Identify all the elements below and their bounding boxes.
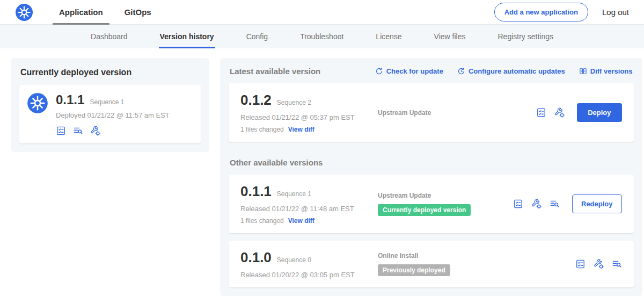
deploy-logs-icon[interactable] xyxy=(73,126,83,136)
version-actions: Redeploy xyxy=(513,194,622,213)
kubernetes-logo-icon xyxy=(15,3,33,21)
available-versions-header: Latest available version Check for updat… xyxy=(229,66,634,76)
latest-available-title: Latest available version xyxy=(230,67,320,76)
version-source: Online Install xyxy=(378,252,513,259)
view-diff-link[interactable]: View diff xyxy=(288,126,314,133)
files-changed-label: 1 files changed xyxy=(240,126,284,133)
top-nav: Application GitOps xyxy=(53,0,166,25)
preflight-checks-icon[interactable] xyxy=(513,199,523,209)
preflight-checks-icon[interactable] xyxy=(56,126,66,136)
version-actions: Deploy xyxy=(513,103,622,122)
deployed-actions xyxy=(56,126,170,136)
redeploy-button[interactable]: Redeploy xyxy=(572,194,622,213)
version-source-column: Upstream Update Currently deployed versi… xyxy=(378,192,513,216)
version-card-deployed: 0.1.1 Sequence 1 Released 01/21/22 @ 11:… xyxy=(229,175,634,233)
deploy-logs-icon[interactable] xyxy=(612,259,622,269)
sequence-label: Sequence 2 xyxy=(277,99,311,106)
currently-deployed-title: Currently deployed version xyxy=(20,68,201,77)
other-versions-title: Other available versions xyxy=(229,158,634,167)
edit-config-icon[interactable] xyxy=(594,259,604,269)
available-version-actions: Check for update Configure automatic upd… xyxy=(375,67,633,75)
released-date: Released 01/21/22 @ 11:48 am EST xyxy=(240,205,378,213)
version-source-column: Online Install Previously deployed xyxy=(378,252,513,276)
configure-automatic-updates-label: Configure automatic updates xyxy=(469,67,565,75)
version-source: Upstream Update xyxy=(378,192,513,199)
preflight-checks-icon[interactable] xyxy=(575,259,586,269)
deploy-button[interactable]: Deploy xyxy=(577,103,621,122)
deploy-logs-icon[interactable] xyxy=(550,199,560,209)
files-changed-row: 1 files changed View diff xyxy=(240,126,378,133)
subnav-item-config[interactable]: Config xyxy=(245,25,269,48)
subnav-item-view-files[interactable]: View files xyxy=(433,25,467,48)
tab-gitops[interactable]: GitOps xyxy=(118,0,158,25)
main-content: Currently deployed version 0.1.1 Sequenc… xyxy=(0,48,644,303)
version-number: 0.1.2 xyxy=(240,92,272,109)
check-for-update-link[interactable]: Check for update xyxy=(375,67,443,75)
edit-config-icon[interactable] xyxy=(554,107,565,118)
version-number: 0.1.1 xyxy=(240,183,272,200)
subnav-item-registry-settings[interactable]: Registry settings xyxy=(497,25,554,48)
version-actions xyxy=(513,259,622,269)
deployed-version-info: 0.1.1 Sequence 1 Deployed 01/21/22 @ 11:… xyxy=(56,92,170,136)
edit-config-icon[interactable] xyxy=(531,199,541,209)
files-changed-label: 1 files changed xyxy=(240,217,284,225)
version-number: 0.1.0 xyxy=(240,249,272,266)
currently-deployed-panel: Currently deployed version 0.1.1 Sequenc… xyxy=(11,58,209,152)
diff-versions-label: Diff versions xyxy=(590,67,633,75)
released-date: Released 01/20/22 @ 03:05 pm EST xyxy=(240,271,378,279)
currently-deployed-badge: Currently deployed version xyxy=(378,204,471,216)
deployed-sequence-label: Sequence 1 xyxy=(90,98,124,106)
version-info: 0.1.0 Sequence 0 Released 01/20/22 @ 03:… xyxy=(240,249,378,279)
released-date: Released 01/21/22 @ 05:37 pm EST xyxy=(240,113,378,121)
subnav-item-troubleshoot[interactable]: Troubleshoot xyxy=(299,25,345,48)
previously-deployed-badge: Previously deployed xyxy=(378,264,450,276)
version-info: 0.1.1 Sequence 1 Released 01/21/22 @ 11:… xyxy=(240,183,378,225)
subnav-item-license[interactable]: License xyxy=(375,25,402,48)
logout-link[interactable]: Log out xyxy=(602,8,629,17)
subnav-item-dashboard[interactable]: Dashboard xyxy=(90,25,129,48)
app-subnav: Dashboard Version history Config Trouble… xyxy=(0,25,644,48)
top-header: Application GitOps Add a new application… xyxy=(0,0,644,25)
version-source-column: Upstream Update xyxy=(378,109,513,117)
diff-versions-link[interactable]: Diff versions xyxy=(579,67,633,75)
subnav-item-version-history[interactable]: Version history xyxy=(159,25,215,48)
edit-config-icon[interactable] xyxy=(90,126,100,136)
version-card-previous: 0.1.0 Sequence 0 Released 01/20/22 @ 03:… xyxy=(229,241,634,287)
check-for-update-label: Check for update xyxy=(386,67,443,75)
version-source: Upstream Update xyxy=(378,109,513,117)
refresh-icon xyxy=(375,67,383,75)
deployed-version-card: 0.1.1 Sequence 1 Deployed 01/21/22 @ 11:… xyxy=(19,85,201,143)
tab-application-label: Application xyxy=(59,8,103,17)
deployed-date: Deployed 01/21/22 @ 11:57 am EST xyxy=(56,111,170,119)
auto-update-clock-icon xyxy=(457,67,465,75)
add-application-button[interactable]: Add a new application xyxy=(494,3,588,21)
version-card-latest: 0.1.2 Sequence 2 Released 01/21/22 @ 05:… xyxy=(229,83,634,142)
sequence-label: Sequence 0 xyxy=(277,256,311,264)
deployed-version-number: 0.1.1 xyxy=(56,92,84,107)
app-logo-icon xyxy=(27,92,48,136)
available-versions-panel: Latest available version Check for updat… xyxy=(220,58,642,296)
tab-gitops-label: GitOps xyxy=(125,8,151,17)
sequence-label: Sequence 1 xyxy=(277,190,311,198)
configure-automatic-updates-link[interactable]: Configure automatic updates xyxy=(457,67,565,75)
diff-columns-icon xyxy=(579,67,587,75)
view-diff-link[interactable]: View diff xyxy=(288,217,314,225)
version-info: 0.1.2 Sequence 2 Released 01/21/22 @ 05:… xyxy=(240,92,378,133)
tab-application[interactable]: Application xyxy=(53,0,109,25)
files-changed-row: 1 files changed View diff xyxy=(240,217,378,225)
preflight-checks-icon[interactable] xyxy=(536,107,546,118)
